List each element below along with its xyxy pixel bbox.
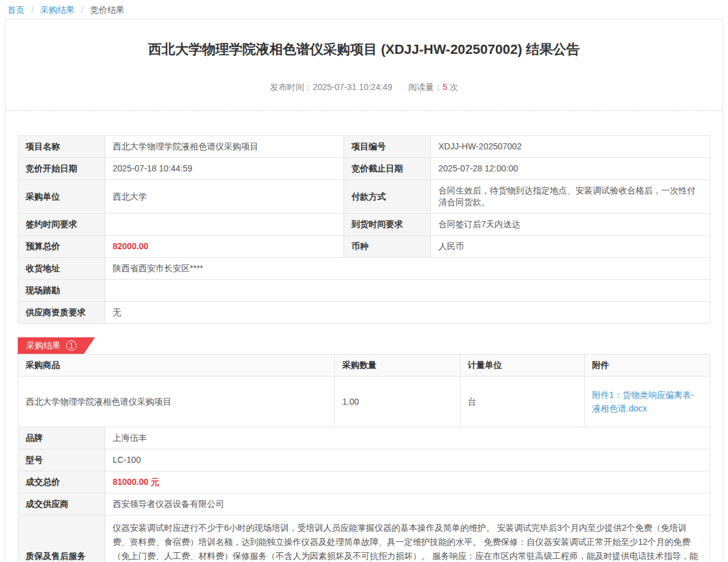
result-detail-table: 品牌 上海伍丰 型号 LC-100 成交总价 81000.00 元 成交供应商 …	[18, 427, 710, 562]
delivery-address-label: 收货地址	[18, 258, 105, 280]
quantity-column-header: 采购数量	[335, 354, 460, 377]
announcement-body: 项目名称 西北大学物理学院液相色谱仪采购项目 项目编号 XDJJ-HW-2025…	[6, 111, 722, 562]
attachment-cell: 附件1：货物类响应偏离表-液相色谱.docx	[585, 377, 710, 427]
payment-method-value: 合同生效后，待货物到达指定地点、安装调试验收合格后，一次性付清合同货款。	[431, 180, 710, 214]
supplier-qualification-value: 无	[105, 302, 710, 324]
unit-cell: 台	[460, 377, 585, 427]
table-row: 型号 LC-100	[18, 449, 710, 471]
product-name-cell: 西北大学物理学院液相色谱仪采购项目	[18, 377, 335, 427]
publish-time-label: 发布时间：	[270, 82, 313, 92]
publish-time-value: 2025-07-31 10:24:49	[313, 82, 392, 92]
announcement-card: 西北大学物理学院液相色谱仪采购项目 (XDJJ-HW-202507002) 结果…	[5, 19, 723, 562]
page-title: 西北大学物理学院液相色谱仪采购项目 (XDJJ-HW-202507002) 结果…	[6, 20, 722, 59]
project-name-value: 西北大学物理学院液相色谱仪采购项目	[105, 136, 344, 158]
purchaser-value: 西北大学	[105, 180, 344, 214]
procurement-result-badge: 采购结果 1	[18, 337, 95, 354]
delivery-time-value: 合同签订后7天内送达	[431, 214, 710, 236]
signing-time-value	[105, 214, 344, 236]
table-row: 成交总价 81000.00 元	[18, 471, 710, 493]
table-row: 供应商资质要求 无	[18, 302, 710, 324]
breadcrumb-separator: /	[31, 5, 34, 15]
publish-meta: 发布时间：2025-07-31 10:24:49阅读量：5 次	[6, 82, 722, 93]
currency-label: 币种	[344, 236, 431, 258]
model-value: LC-100	[105, 449, 710, 471]
breadcrumb: 首页 / 采购结果 / 竞价结果	[0, 0, 728, 19]
breadcrumb-current-page: 竞价结果	[90, 5, 124, 15]
delivery-address-value: 陕西省西安市长安区****	[105, 258, 710, 280]
table-row: 竞价开始日期 2025-07-18 10:44:59 竞价截止日期 2025-0…	[18, 158, 710, 180]
brand-label: 品牌	[18, 427, 105, 449]
project-code-value: XDJJ-HW-202507002	[431, 136, 710, 158]
quantity-cell: 1.00	[335, 377, 460, 427]
views-count: 5	[443, 82, 448, 92]
budget-total-label: 预算总价	[18, 236, 105, 258]
table-row: 预算总价 82000.00 币种 人民币	[18, 236, 710, 258]
table-row: 现场踏勘	[18, 280, 710, 302]
winning-supplier-label: 成交供应商	[18, 493, 105, 515]
deal-total-label: 成交总价	[18, 471, 105, 493]
table-header-row: 采购商品 采购数量 计量单位 附件	[18, 354, 710, 377]
bid-start-value: 2025-07-18 10:44:59	[105, 158, 344, 180]
purchaser-label: 采购单位	[18, 180, 105, 214]
attachment-column-header: 附件	[585, 354, 710, 377]
views-unit: 次	[449, 82, 458, 92]
table-row: 成交供应商 西安领导者仪器设备有限公司	[18, 493, 710, 515]
views-label: 阅读量：	[408, 82, 443, 92]
payment-method-label: 付款方式	[344, 180, 431, 214]
unit-column-header: 计量单位	[460, 354, 585, 377]
table-row: 西北大学物理学院液相色谱仪采购项目 1.00 台 附件1：货物类响应偏离表-液相…	[18, 377, 710, 427]
warranty-service-value: 仪器安装调试时应进行不少于6小时的现场培训，受培训人员应能掌握仪器的基本操作及简…	[105, 515, 710, 562]
product-column-header: 采购商品	[18, 354, 335, 377]
model-label: 型号	[18, 449, 105, 471]
badge-count: 1	[66, 340, 77, 351]
bid-start-label: 竞价开始日期	[18, 158, 105, 180]
deal-total-value: 81000.00 元	[105, 471, 710, 493]
breadcrumb-home-link[interactable]: 首页	[7, 5, 24, 15]
table-row: 品牌 上海伍丰	[18, 427, 710, 449]
supplier-qualification-label: 供应商资质要求	[18, 302, 105, 324]
site-survey-value	[105, 280, 710, 302]
brand-value: 上海伍丰	[105, 427, 710, 449]
project-name-label: 项目名称	[18, 136, 105, 158]
table-row: 收货地址 陕西省西安市长安区****	[18, 258, 710, 280]
table-row: 项目名称 西北大学物理学院液相色谱仪采购项目 项目编号 XDJJ-HW-2025…	[18, 136, 710, 158]
badge-label: 采购结果	[26, 340, 61, 351]
project-code-label: 项目编号	[344, 136, 431, 158]
attachment-link[interactable]: 附件1：货物类响应偏离表-液相色谱.docx	[592, 390, 694, 413]
currency-value: 人民币	[431, 236, 710, 258]
table-row: 签约时间要求 到货时间要求 合同签订后7天内送达	[18, 214, 710, 236]
bid-end-value: 2025-07-28 12:00:00	[431, 158, 710, 180]
table-row: 采购单位 西北大学 付款方式 合同生效后，待货物到达指定地点、安装调试验收合格后…	[18, 180, 710, 214]
warranty-service-label: 质保及售后服务	[18, 515, 105, 562]
breadcrumb-results-link[interactable]: 采购结果	[40, 5, 75, 15]
project-info-table: 项目名称 西北大学物理学院液相色谱仪采购项目 项目编号 XDJJ-HW-2025…	[18, 135, 710, 324]
winning-supplier-value: 西安领导者仪器设备有限公司	[105, 493, 710, 515]
bid-end-label: 竞价截止日期	[344, 158, 431, 180]
signing-time-label: 签约时间要求	[18, 214, 105, 236]
delivery-time-label: 到货时间要求	[344, 214, 431, 236]
result-items-table: 采购商品 采购数量 计量单位 附件 西北大学物理学院液相色谱仪采购项目 1.00…	[18, 354, 710, 427]
site-survey-label: 现场踏勘	[18, 280, 105, 302]
budget-total-value: 82000.00	[105, 236, 344, 258]
table-row: 质保及售后服务 仪器安装调试时应进行不少于6小时的现场培训，受培训人员应能掌握仪…	[18, 515, 710, 562]
breadcrumb-separator: /	[81, 5, 84, 15]
